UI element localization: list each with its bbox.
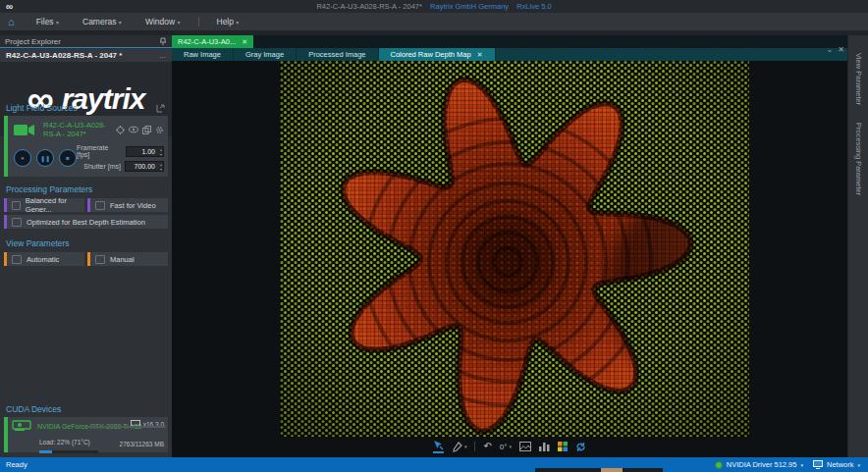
spinner-icon[interactable]: ▴▾ bbox=[160, 162, 162, 172]
preset-accent bbox=[87, 198, 90, 212]
shutter-label: Shutter [ms] bbox=[83, 163, 121, 170]
eyedropper-tool-button[interactable]: ▾ bbox=[452, 442, 467, 452]
detach-icon[interactable] bbox=[156, 104, 166, 113]
framerate-value: 1.00 bbox=[141, 148, 155, 155]
nvidia-driver-status[interactable]: NVIDIA Driver 512.95 ▾ bbox=[715, 460, 803, 469]
processing-parameter-vertical-tab[interactable]: Processing Parameter bbox=[854, 123, 863, 195]
network-status[interactable]: Network ▾ bbox=[813, 460, 860, 469]
gpu-load-fill bbox=[39, 450, 52, 453]
close-icon[interactable]: ✕ bbox=[242, 38, 247, 46]
settings-gear-icon[interactable] bbox=[155, 126, 164, 134]
balanced-preset-button[interactable]: Balanced for Gener... bbox=[4, 198, 84, 212]
manual-view-button[interactable]: Manual bbox=[87, 252, 168, 266]
view-subtab-bar: Raw Image Gray Image Processed Image Col… bbox=[172, 48, 847, 61]
color-grid-button[interactable] bbox=[558, 442, 568, 451]
pin-icon[interactable] bbox=[159, 37, 167, 46]
gpu-load-bar bbox=[39, 450, 98, 453]
view-parameter-vertical-tab[interactable]: View Parameter bbox=[854, 53, 863, 105]
light-field-sources-title: Light Field Sources bbox=[6, 103, 78, 113]
shutter-input[interactable]: 700.00▴▾ bbox=[125, 161, 164, 172]
menu-cameras[interactable]: Cameras ▾ bbox=[73, 17, 132, 26]
pointer-tool-button[interactable] bbox=[433, 440, 444, 453]
subtab-colored-raw-depth-map[interactable]: Colored Raw Depth Map✕ bbox=[379, 48, 496, 61]
eye-icon[interactable] bbox=[129, 126, 138, 133]
nvidia-icon bbox=[715, 461, 723, 469]
copy-icon[interactable] bbox=[142, 126, 151, 134]
chevrons-icon[interactable]: ⌄ bbox=[827, 45, 834, 54]
menu-window[interactable]: Window ▾ bbox=[136, 17, 190, 26]
gpu-memory-text: 2763/11263 MB bbox=[120, 441, 164, 447]
stop-button[interactable]: ■ bbox=[59, 149, 77, 167]
view-icon bbox=[12, 255, 22, 264]
chevron-down-icon: ▾ bbox=[857, 462, 860, 468]
title-bar: ∞ R42-C-A-U3-A028-RS-A - 2047* Raytrix G… bbox=[0, 0, 868, 13]
undo-rotation-button[interactable]: ↶ bbox=[483, 442, 491, 451]
subtab-gray-image[interactable]: Gray Image bbox=[234, 48, 297, 61]
rotation-dropdown[interactable]: 0° ▾ bbox=[500, 443, 512, 451]
right-dock-strip: View Parameter Processing Parameter bbox=[847, 35, 868, 457]
processing-parameters-header: Processing Parameters bbox=[0, 183, 172, 196]
menu-bar: ⌂ Files ▾ Cameras ▾ Window ▾ Help ▾ bbox=[0, 13, 868, 30]
optimized-preset-button[interactable]: Optimized for Best Depth Estimation bbox=[4, 215, 168, 229]
image-viewport[interactable]: ▾ ↶ 0° ▾ bbox=[172, 61, 847, 457]
taskbar-peek-icon bbox=[601, 468, 623, 472]
nvidia-driver-label: NVIDIA Driver 512.95 bbox=[727, 460, 797, 469]
taskbar-peek-strip bbox=[535, 468, 663, 472]
network-label: Network bbox=[827, 460, 854, 469]
histogram-button[interactable] bbox=[539, 442, 550, 451]
subtab-raw-image[interactable]: Raw Image bbox=[172, 48, 234, 61]
subtab-processed-image[interactable]: Processed Image bbox=[297, 48, 378, 61]
view-parameters-header: View Parameters bbox=[0, 236, 172, 250]
home-icon[interactable]: ⌂ bbox=[8, 16, 15, 27]
viewer-toolbar: ▾ ↶ 0° ▾ bbox=[172, 439, 847, 454]
network-monitor-icon bbox=[813, 460, 823, 469]
optimized-preset-label: Optimized for Best Depth Estimation bbox=[27, 218, 145, 227]
view-accent bbox=[87, 252, 90, 266]
processing-parameters-title: Processing Parameters bbox=[6, 184, 92, 194]
toolbar-separator bbox=[474, 442, 475, 451]
project-overflow-button[interactable]: ... bbox=[159, 51, 166, 60]
gpu-memory-bar bbox=[87, 426, 166, 428]
snapshot-button[interactable] bbox=[519, 442, 531, 451]
chevron-down-icon: ▾ bbox=[800, 462, 803, 468]
camera-name: R42-C-A-U3-A028-RS-A - 2047* bbox=[43, 121, 116, 138]
chevron-down-icon: ▾ bbox=[510, 444, 513, 449]
view-parameters-title: View Parameters bbox=[6, 238, 70, 248]
window-title-product: RxLive 5.0 bbox=[516, 2, 551, 11]
menu-files[interactable]: Files ▾ bbox=[27, 17, 69, 26]
automatic-view-button[interactable]: Automatic bbox=[4, 252, 84, 266]
close-icon[interactable]: ✕ bbox=[838, 45, 844, 54]
fast-preset-button[interactable]: Fast for Video bbox=[87, 198, 168, 212]
preset-accent bbox=[4, 215, 7, 229]
focus-icon[interactable] bbox=[116, 126, 125, 134]
pause-button[interactable]: ❚❚ bbox=[36, 149, 54, 167]
window-title-project: R42-C-A-U3-A028-RS-A - 2047* bbox=[316, 2, 422, 11]
document-tab[interactable]: R42-C-A-U3-A0... ✕ bbox=[172, 35, 253, 48]
project-item[interactable]: R42-C-A-U3-A028-RS-A - 2047 * ... bbox=[0, 49, 172, 62]
spinner-icon[interactable]: ▴▾ bbox=[160, 147, 162, 157]
record-button[interactable]: ● bbox=[14, 149, 31, 167]
menu-separator bbox=[198, 17, 199, 26]
window-title-company: Raytrix GmbH Germany bbox=[430, 2, 509, 11]
close-icon[interactable]: ✕ bbox=[477, 51, 483, 59]
gpu-status-bar bbox=[4, 417, 8, 452]
gpu-load-text: Load: 22% (71°C) bbox=[39, 439, 90, 446]
shutter-value: 700.00 bbox=[135, 163, 155, 170]
status-message: Ready bbox=[6, 460, 27, 469]
cuda-devices-title: CUDA Devices bbox=[6, 404, 61, 414]
rotation-value: 0° bbox=[500, 443, 508, 451]
balanced-preset-label: Balanced for Gener... bbox=[26, 196, 84, 214]
view-icon bbox=[95, 255, 105, 264]
camera-source-card[interactable]: R42-C-A-U3-A028-RS-A - 2047* ● ❚❚ ■ Fram… bbox=[4, 116, 168, 177]
sync-button[interactable] bbox=[575, 442, 586, 452]
preset-icon bbox=[12, 218, 22, 227]
gpu-device-card[interactable]: NVIDIA GeForce RTX 2080 Ti #32 x16 3.0 L… bbox=[4, 417, 168, 452]
project-explorer-header: Project Explorer bbox=[0, 35, 172, 48]
project-explorer-panel: Project Explorer R42-C-A-U3-A028-RS-A - … bbox=[0, 35, 172, 457]
colored-raw-depth-map-image[interactable] bbox=[280, 61, 749, 437]
menu-help[interactable]: Help ▾ bbox=[207, 17, 249, 26]
subtab-colored-label: Colored Raw Depth Map bbox=[391, 50, 471, 59]
chevron-down-icon: ▾ bbox=[236, 20, 239, 26]
framerate-input[interactable]: 1.00▴▾ bbox=[126, 146, 164, 157]
camera-icon bbox=[14, 124, 35, 136]
